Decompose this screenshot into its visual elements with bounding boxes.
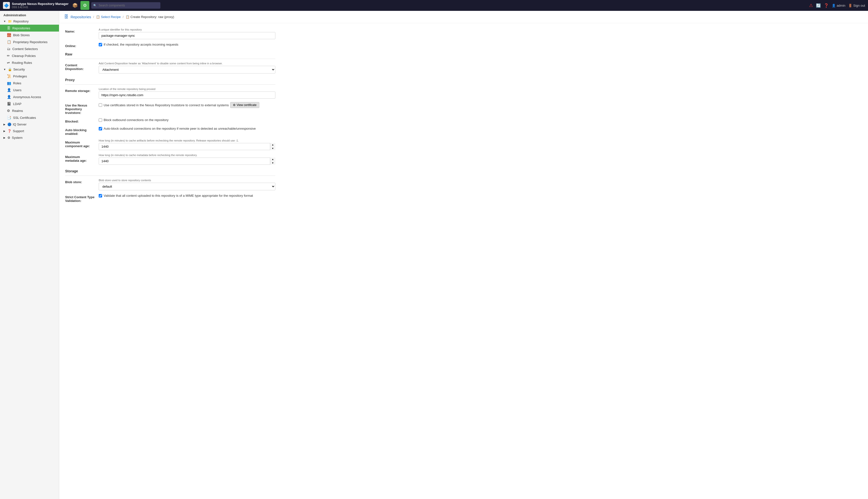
sidebar-group-iq-server[interactable]: ▶ 🔵 IQ Server	[0, 121, 59, 128]
ssl-icon: 📑	[7, 115, 11, 120]
chevron-right-icon-support: ▶	[3, 130, 5, 132]
auto-blocking-control: Auto-block outbound connections on the r…	[99, 127, 275, 131]
repositories-icon: 🗄	[7, 26, 10, 30]
remote-storage-row: Remote storage: Location of the remote r…	[65, 87, 275, 99]
remote-storage-label: Remote storage:	[65, 87, 95, 93]
topnav-right: ⚠ 🔄 ❓ 👤 admin 🚪 Sign out	[809, 3, 865, 8]
max-component-age-spinners: ▲ ▼	[270, 143, 275, 150]
breadcrumb-root-link[interactable]: Repositories	[71, 15, 91, 19]
blocked-checkbox[interactable]	[99, 118, 102, 122]
sidebar-item-proprietary-repos[interactable]: 📋 Proprietary Repositories	[0, 38, 59, 45]
current-icon: 📋	[126, 15, 130, 19]
name-label: Name:	[65, 28, 95, 33]
sidebar-group-system[interactable]: ▶ ⚙ System	[0, 134, 59, 141]
remote-storage-control: Location of the remote repository being …	[99, 87, 275, 99]
strict-content-control: Validate that all content uploaded to th…	[99, 194, 275, 197]
truststore-row: Use the Nexus Repository truststore: Use…	[65, 102, 275, 115]
storage-divider	[65, 175, 275, 176]
max-metadata-age-row: Maximum metadata age: How long (in minut…	[65, 154, 275, 165]
max-component-age-decrement[interactable]: ▼	[270, 147, 275, 150]
roles-icon: 👥	[7, 81, 11, 85]
max-component-age-input[interactable]	[99, 143, 275, 150]
help-icon[interactable]: ❓	[824, 3, 829, 8]
cert-icon: ⚙	[233, 103, 236, 107]
sidebar-group-security[interactable]: ▼ 🔒 Security	[0, 66, 59, 73]
system-icon: ⚙	[8, 136, 10, 139]
sidebar-item-cleanup-policies[interactable]: ✏ Cleanup Policies	[0, 52, 59, 59]
online-checkbox[interactable]	[99, 43, 102, 46]
auto-blocking-checkbox[interactable]	[99, 127, 102, 131]
content-disposition-select[interactable]: Attachment Inline	[99, 66, 275, 73]
sidebar-item-anonymous-access[interactable]: 👤 Anonymous Access	[0, 94, 59, 100]
sidebar-item-repositories[interactable]: 🗄 Repositories	[0, 25, 59, 32]
raw-divider	[65, 59, 275, 59]
blocked-label: Blocked:	[65, 118, 95, 123]
blob-store-label: Blob store:	[65, 179, 95, 184]
proxy-divider	[65, 84, 275, 85]
max-metadata-age-decrement[interactable]: ▼	[270, 161, 275, 165]
strict-content-checkbox[interactable]	[99, 194, 102, 197]
view-certificate-button[interactable]: ⚙ View certificate	[230, 102, 259, 108]
sidebar-item-ssl-certificates[interactable]: 📑 SSL Certificates	[0, 114, 59, 121]
sidebar-group-repository[interactable]: ▼ 📁 Repository	[0, 18, 59, 25]
sidebar-item-content-selectors[interactable]: 🗂 Content Selectors	[0, 45, 59, 52]
sidebar-item-roles[interactable]: 👥 Roles	[0, 80, 59, 86]
admin-section-title: Administration	[0, 11, 59, 18]
truststore-checkbox-row: Use certificates stored in the Nexus Rep…	[99, 102, 275, 108]
breadcrumb-step1-link[interactable]: 📋 Select Recipe	[96, 15, 121, 19]
sidebar-item-blob-stores[interactable]: 🧱 Blob Stores	[0, 32, 59, 38]
online-hint: If checked, the repository accepts incom…	[104, 42, 178, 46]
blocked-row: Blocked: Block outbound connections on t…	[65, 118, 275, 123]
signout-icon: 🚪	[848, 4, 852, 8]
online-checkbox-row: If checked, the repository accepts incom…	[99, 42, 275, 46]
ldap-icon: 📓	[7, 102, 11, 106]
name-row: Name: A unique identifier for this repos…	[65, 28, 275, 39]
remote-storage-input[interactable]	[99, 92, 275, 99]
browse-icon-btn[interactable]: 📦	[71, 1, 80, 10]
truststore-checkbox[interactable]	[99, 103, 102, 107]
blob-store-row: Blob store: Blob store used to store rep…	[65, 179, 275, 190]
breadcrumb: 🗄 Repositories / 📋 Select Recipe / 📋 Cre…	[59, 11, 868, 23]
content-disposition-label: Content Disposition:	[65, 62, 95, 71]
max-metadata-age-spinners: ▲ ▼	[270, 158, 275, 165]
truststore-hint: Use certificates stored in the Nexus Rep…	[104, 103, 229, 107]
max-component-age-wrap: ▲ ▼	[99, 143, 275, 150]
max-component-age-control: How long (in minutes) to cache artifacts…	[99, 139, 275, 150]
topnav-icons: 📦 ⚙	[71, 1, 89, 10]
breadcrumb-sep-2: /	[123, 15, 123, 19]
main-content: 🗄 Repositories / 📋 Select Recipe / 📋 Cre…	[59, 11, 868, 499]
max-metadata-age-hint: How long (in minutes) to cache metadata …	[99, 154, 275, 157]
sidebar-item-routing-rules[interactable]: ⇌ Routing Rules	[0, 59, 59, 66]
max-component-age-hint: How long (in minutes) to cache artifacts…	[99, 139, 275, 142]
blocked-hint: Block outbound connections on the reposi…	[104, 118, 168, 122]
sidebar-item-users[interactable]: 👤 Users	[0, 86, 59, 94]
users-icon: 👤	[7, 88, 11, 92]
support-icon: ❓	[8, 129, 11, 133]
admin-icon-btn[interactable]: ⚙	[81, 1, 89, 10]
name-hint: A unique identifier for this repository	[99, 28, 275, 31]
name-input[interactable]	[99, 32, 275, 39]
user-icon: 👤	[832, 4, 836, 8]
max-metadata-age-increment[interactable]: ▲	[270, 158, 275, 161]
refresh-icon[interactable]: 🔄	[816, 3, 821, 8]
sidebar-item-ldap[interactable]: 📓 LDAP	[0, 100, 59, 107]
search-wrap	[91, 2, 160, 9]
chevron-right-icon-iq: ▶	[3, 123, 5, 126]
signout-button[interactable]: 🚪 Sign out	[848, 4, 865, 8]
sidebar-item-realms[interactable]: ⚙ Realms	[0, 107, 59, 114]
topnav: 🔷 Sonatype Nexus Repository Manager OSS …	[0, 0, 868, 11]
sidebar-item-privileges[interactable]: 📜 Privileges	[0, 73, 59, 80]
sidebar: Administration ▼ 📁 Repository 🗄 Reposito…	[0, 11, 59, 499]
auto-blocking-checkbox-row: Auto-block outbound connections on the r…	[99, 127, 275, 131]
strict-content-label: Strict Content Type Validation:	[65, 194, 95, 203]
proxy-section-header: Proxy	[65, 78, 275, 82]
max-metadata-age-input[interactable]	[99, 158, 275, 165]
sidebar-group-support[interactable]: ▶ ❓ Support	[0, 128, 59, 134]
search-input[interactable]	[91, 2, 160, 9]
max-component-age-increment[interactable]: ▲	[270, 143, 275, 147]
remote-storage-hint: Location of the remote repository being …	[99, 87, 275, 90]
blob-store-select[interactable]: default	[99, 183, 275, 190]
breadcrumb-icon: 🗄	[64, 14, 69, 20]
repository-group-icon: 📁	[8, 20, 12, 23]
breadcrumb-current: 📋 Create Repository: raw (proxy)	[126, 15, 174, 19]
